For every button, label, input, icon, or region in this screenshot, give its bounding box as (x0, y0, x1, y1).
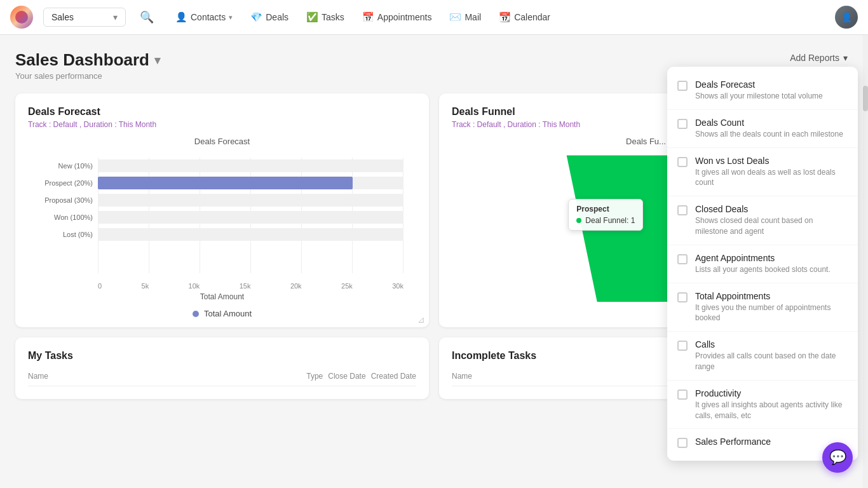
add-reports-button[interactable]: Add Reports ▾ (785, 50, 853, 65)
scrollbar-track[interactable] (863, 35, 868, 488)
legend-label: Total Amount (204, 309, 252, 318)
add-reports-dropdown: Deals ForecastShows all your milestone t… (667, 67, 858, 461)
dropdown-item-desc: Shows closed deal count based on milesto… (695, 215, 848, 237)
chart-title: Deals Forecast (28, 137, 416, 146)
dropdown-item[interactable]: Deals CountShows all the deals count in … (667, 110, 858, 148)
x-tick-3: 15k (240, 282, 251, 290)
x-tick-2: 10k (189, 282, 200, 290)
tooltip-dot-icon (576, 218, 581, 223)
calendar-icon: 📆 (499, 11, 511, 23)
dropdown-item-desc: It gives all won deals as well as lost d… (695, 167, 848, 189)
dropdown-item-text: Sales Performance (695, 437, 771, 448)
dropdown-item-checkbox[interactable] (677, 390, 688, 400)
page-subtitle: Your sales performance (15, 71, 160, 81)
nav-mail[interactable]: ✉️ Mail (442, 6, 489, 28)
dropdown-item[interactable]: Total AppointmentsIt gives you the numbe… (667, 283, 858, 332)
dropdown-item[interactable]: Agent AppointmentsLists all your agents … (667, 245, 858, 283)
page-title-chevron-icon[interactable]: ▾ (154, 53, 160, 67)
app-logo[interactable] (10, 6, 33, 29)
add-reports-chevron-icon: ▾ (843, 53, 848, 63)
mail-icon: ✉️ (449, 11, 461, 23)
my-tasks-title: My Tasks (28, 350, 416, 362)
nav-tasks-label: Tasks (322, 12, 344, 22)
scrollbar-thumb[interactable] (863, 86, 868, 111)
dropdown-item-checkbox[interactable] (677, 292, 688, 302)
dropdown-item-checkbox[interactable] (677, 81, 688, 91)
dropdown-item-text: CallsProvides all calls count based on t… (695, 339, 848, 372)
deals-forecast-subtitle: Track : Default , Duration : This Month (28, 120, 416, 129)
bar-track (98, 211, 403, 224)
resize-handle-icon[interactable]: ⊿ (417, 315, 425, 325)
bar-track (98, 159, 403, 172)
nav-calendar-label: Calendar (514, 12, 550, 22)
search-button[interactable]: 🔍 (136, 6, 158, 28)
dropdown-item-title: Calls (695, 339, 848, 349)
dropdown-item[interactable]: Deals ForecastShows all your milestone t… (667, 72, 858, 110)
bar-label: Won (100%) (29, 214, 93, 221)
x-tick-6: 30k (392, 282, 403, 290)
dropdown-item-checkbox[interactable] (677, 157, 688, 167)
pipeline-label: Sales (51, 12, 74, 22)
dropdown-item-title: Closed Deals (695, 204, 848, 214)
bar-track (98, 228, 403, 241)
dropdown-item[interactable]: ProductivityIt gives all insights about … (667, 381, 858, 430)
dropdown-item-checkbox[interactable] (677, 205, 688, 215)
dropdown-item-text: ProductivityIt gives all insights about … (695, 388, 848, 421)
nav-appointments-label: Appointments (377, 12, 432, 22)
my-tasks-col-close: Close Date (328, 372, 365, 381)
dropdown-item-text: Agent AppointmentsLists all your agents … (695, 253, 831, 275)
bar-track (98, 177, 403, 189)
dropdown-item-title: Won vs Lost Deals (695, 156, 848, 166)
nav-calendar[interactable]: 📆 Calendar (491, 6, 558, 28)
bar-row: Won (100%) (98, 210, 403, 224)
my-tasks-table-header: Name Type Close Date Created Date (28, 372, 416, 386)
dropdown-item[interactable]: Won vs Lost DealsIt gives all won deals … (667, 148, 858, 197)
my-tasks-col-type: Type (306, 372, 323, 381)
nav-items: 👤 Contacts ▾ 💎 Deals ✅ Tasks 📅 Appointme… (168, 6, 825, 28)
nav-appointments[interactable]: 📅 Appointments (355, 6, 440, 28)
dropdown-item-desc: Provides all calls count based on the da… (695, 351, 848, 372)
tasks-icon: ✅ (306, 11, 318, 23)
chart-legend: Total Amount (28, 309, 416, 318)
x-tick-1: 5k (142, 282, 149, 290)
dropdown-item-desc: Shows all your milestone total volume (695, 91, 823, 102)
nav-deals-label: Deals (266, 12, 288, 22)
my-tasks-col-created: Created Date (371, 372, 416, 381)
tooltip-row: Deal Funnel: 1 (576, 216, 635, 225)
dropdown-item[interactable]: CallsProvides all calls count based on t… (667, 332, 858, 381)
navbar: Sales ▾ 🔍 👤 Contacts ▾ 💎 Deals ✅ Tasks 📅… (0, 0, 868, 35)
dropdown-item-checkbox[interactable] (677, 341, 688, 351)
bar-label: New (10%) (29, 162, 93, 170)
page-title: Sales Dashboard ▾ (15, 50, 160, 70)
nav-contacts[interactable]: 👤 Contacts ▾ (168, 6, 240, 28)
funnel-tooltip: Prospect Deal Funnel: 1 (568, 199, 643, 231)
dropdown-item-checkbox[interactable] (677, 438, 688, 448)
deals-forecast-card: Deals Forecast Track : Default , Duratio… (15, 93, 429, 327)
dropdown-item-desc: It gives you the number of appointments … (695, 302, 848, 324)
bar-label: Prospect (20%) (29, 179, 93, 187)
chat-button[interactable]: 💬 (822, 442, 853, 473)
nav-tasks[interactable]: ✅ Tasks (299, 6, 352, 28)
dropdown-item-title: Deals Forecast (695, 79, 823, 90)
nav-contacts-label: Contacts (191, 12, 226, 22)
dropdown-item-text: Deals ForecastShows all your milestone t… (695, 79, 823, 102)
bar-row: Prospect (20%) (98, 176, 403, 190)
tooltip-row-label: Deal Funnel: 1 (585, 216, 635, 225)
dropdown-item-desc: Lists all your agents booked slots count… (695, 264, 831, 275)
bar-fill (98, 177, 353, 189)
bar-row: New (10%) (98, 159, 403, 173)
tooltip-title: Prospect (576, 205, 635, 214)
user-avatar[interactable]: 👤 (835, 6, 858, 29)
dropdown-item-title: Deals Count (695, 118, 843, 128)
bar-track (98, 194, 403, 207)
bar-row: Lost (0%) (98, 227, 403, 241)
dropdown-item-checkbox[interactable] (677, 254, 688, 264)
pipeline-select[interactable]: Sales ▾ (43, 8, 126, 27)
dropdown-item-title: Productivity (695, 388, 848, 398)
nav-deals[interactable]: 💎 Deals (243, 6, 296, 28)
dropdown-item-checkbox[interactable] (677, 119, 688, 129)
dropdown-item-text: Won vs Lost DealsIt gives all won deals … (695, 156, 848, 189)
appointments-icon: 📅 (362, 11, 374, 23)
dropdown-item[interactable]: Closed DealsShows closed deal count base… (667, 196, 858, 245)
dropdown-item-desc: Shows all the deals count in each milest… (695, 129, 843, 140)
